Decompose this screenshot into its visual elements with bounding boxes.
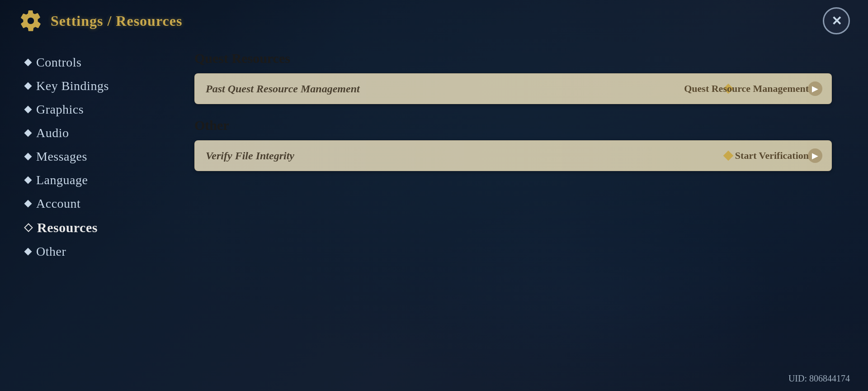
bullet-icon [24,200,32,208]
past-quest-label: Past Quest Resource Management [206,83,360,95]
other-section-title: Other [194,118,832,133]
quest-resources-section-title: Quest Resources [194,51,832,66]
sidebar-item-key-bindings[interactable]: Key Bindings [18,74,176,98]
past-quest-action: Quest Resource Management [684,83,809,95]
verify-integrity-row[interactable]: Verify File Integrity Start Verification… [194,140,832,171]
bullet-icon [24,248,32,256]
sidebar-item-label: Key Bindings [36,79,109,93]
uid-display: UID: 806844174 [788,373,850,384]
settings-header: Settings / Resources ✕ [0,0,868,42]
bullet-icon [24,153,32,161]
verify-integrity-action: Start Verification [735,150,809,162]
past-quest-arrow-icon[interactable]: ▶ [808,81,822,96]
settings-sidebar: Controls Key Bindings Graphics Audio Mes… [18,42,176,373]
sidebar-item-account[interactable]: Account [18,192,176,215]
sidebar-item-graphics[interactable]: Graphics [18,98,176,121]
sidebar-item-language[interactable]: Language [18,168,176,192]
sidebar-item-label: Graphics [36,102,84,117]
sidebar-item-resources[interactable]: Resources [18,215,176,240]
bullet-icon [24,129,32,137]
main-content-area: Quest Resources Past Quest Resource Mana… [176,42,850,373]
sidebar-item-label: Controls [36,55,81,70]
sidebar-item-audio[interactable]: Audio [18,121,176,145]
sidebar-item-label: Other [36,244,66,259]
sidebar-item-label: Audio [36,126,69,140]
verify-integrity-label: Verify File Integrity [206,150,294,162]
bullet-icon [24,82,32,90]
sidebar-item-messages[interactable]: Messages [18,145,176,168]
bullet-icon [24,59,32,67]
sidebar-item-label: Resources [37,220,98,235]
close-button[interactable]: ✕ [823,7,850,34]
row-diamond-icon [723,151,734,161]
sidebar-item-label: Language [36,173,88,187]
sidebar-item-controls[interactable]: Controls [18,51,176,74]
sidebar-item-label: Messages [36,149,87,164]
settings-content: Controls Key Bindings Graphics Audio Mes… [0,42,868,391]
bullet-icon [24,176,32,184]
bullet-icon [24,106,32,114]
sidebar-item-other[interactable]: Other [18,240,176,263]
past-quest-row[interactable]: Past Quest Resource Management Quest Res… [194,73,832,104]
sidebar-item-label: Account [36,196,80,211]
bullet-outline-icon [24,223,33,232]
page-title: Settings / Resources [51,13,182,29]
gear-icon [18,8,43,33]
verify-integrity-arrow-icon[interactable]: ▶ [808,148,822,163]
